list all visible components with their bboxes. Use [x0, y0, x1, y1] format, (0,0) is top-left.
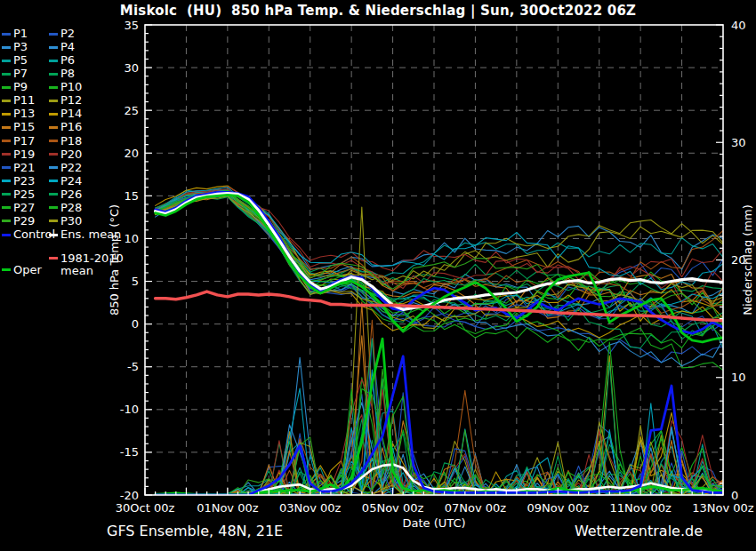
legend-color-dash: [49, 180, 58, 182]
legend-color-dash: [49, 140, 58, 142]
x-axis-title: Date (UTC): [402, 516, 465, 530]
legend-label: P28: [60, 202, 82, 214]
legend-item: Control: [2, 228, 55, 242]
legend-label: P2: [60, 28, 75, 40]
x-tick-label: 07Nov 00z: [445, 501, 507, 515]
legend-color-dash: [49, 153, 58, 156]
legend-item: P26: [49, 188, 82, 201]
legend-label: Oper: [13, 264, 42, 276]
y-right-tick-label: 0: [731, 489, 738, 502]
legend-color-dash: [2, 166, 11, 169]
legend-color-dash: [2, 206, 11, 209]
x-tick-label: 03Nov 00z: [279, 501, 342, 515]
legend-item: P22: [49, 161, 82, 174]
legend-label: P13: [13, 108, 35, 120]
legend-label: P18: [60, 135, 82, 148]
legend-color-dash: [2, 46, 11, 49]
legend-color-dash: [2, 100, 11, 102]
y-left-tick-label: -15: [120, 445, 139, 459]
x-tick-label: 13Nov 00z: [692, 501, 754, 515]
legend-item: P23: [2, 174, 35, 188]
legend-label: P19: [13, 148, 35, 161]
axes: 35302520151050-5-10-15-2040302010030Oct …: [108, 19, 754, 531]
legend-color-dash: [2, 86, 11, 89]
legend-item: P17: [2, 134, 35, 148]
legend-item: P6: [49, 54, 75, 68]
legend-item: P1: [2, 28, 28, 41]
legend-item: P14: [49, 108, 82, 121]
legend-label: P21: [13, 162, 35, 174]
legend-label: P6: [60, 54, 75, 67]
legend-item: P19: [2, 148, 35, 161]
y-right-tick-label: 10: [731, 371, 746, 384]
legend-item: P28: [49, 201, 82, 214]
legend-label: P4: [60, 41, 75, 53]
legend-item: P30: [49, 214, 82, 228]
legend-label: P9: [13, 81, 28, 93]
legend-item: Oper: [2, 263, 42, 276]
legend-label: P27: [13, 202, 35, 214]
legend-label: P3: [13, 41, 28, 53]
legend-color-dash: [2, 180, 11, 182]
legend-item: Ens. mean: [49, 228, 121, 242]
legend-label: P14: [60, 108, 82, 120]
y-left-tick-label: 0: [132, 317, 139, 331]
legend-label: P20: [60, 148, 82, 161]
legend-color-dash: [2, 234, 11, 236]
y-left-tick-label: -20: [120, 489, 139, 502]
legend-label: P30: [60, 215, 82, 228]
legend-color-dash: [49, 166, 58, 169]
legend-label: P26: [60, 188, 82, 201]
legend-label: P15: [13, 121, 35, 133]
y-left-tick-label: -5: [127, 360, 139, 373]
legend-color-dash: [49, 100, 58, 102]
legend-item: P18: [49, 134, 82, 148]
legend-item: P3: [2, 41, 28, 54]
y-left-tick-label: -10: [120, 403, 139, 416]
legend-color-dash: [49, 33, 58, 36]
legend-color-dash: [49, 113, 58, 116]
legend-item: P8: [49, 68, 75, 81]
x-tick-label: 01Nov 00z: [197, 501, 259, 515]
legend-item: P9: [2, 81, 28, 94]
legend-color-dash: [49, 60, 58, 62]
legend-item: P11: [2, 94, 35, 108]
legend-label: P7: [13, 68, 28, 80]
legend-label: P11: [13, 94, 35, 107]
y-right-axis-title: Niederschlag (mm): [741, 204, 754, 315]
legend-item: P27: [2, 201, 35, 214]
legend-color-dash: [2, 268, 11, 271]
wetterzentrale-ensemble-page: Miskolc (HU) 850 hPa Temp. & Niederschla…: [0, 0, 756, 551]
legend-color-dash: [2, 153, 11, 156]
legend-color-dash: [49, 257, 58, 260]
x-tick-label: 11Nov 00z: [609, 501, 672, 515]
legend-color-dash: [49, 86, 58, 89]
legend-color-dash: [49, 193, 58, 196]
legend-color-dash: [2, 140, 11, 142]
legend-color-dash: [49, 73, 58, 76]
legend-label: 1981-2010 mean: [60, 252, 135, 277]
legend-item: P29: [2, 214, 35, 228]
legend-label: P17: [13, 135, 35, 148]
legend-color-dash: [2, 73, 11, 76]
legend-label: P23: [13, 175, 35, 188]
legend-item: P5: [2, 54, 28, 68]
ensemble-legend: P1P2P3P4P5P6P7P8P9P10P11P12P13P14P15P16P…: [0, 0, 133, 302]
legend-label: P5: [13, 54, 28, 67]
legend-item: P15: [2, 121, 35, 134]
legend-color-dash: [49, 126, 58, 129]
y-right-tick-label: 30: [731, 136, 746, 149]
legend-color-dash: [2, 126, 11, 129]
x-tick-label: 30Oct 00z: [116, 501, 175, 515]
legend-color-dash: [49, 206, 58, 209]
legend-label: P24: [60, 175, 82, 188]
legend-color-dash: [2, 33, 11, 36]
legend-item: 1981-2010 mean: [49, 252, 135, 279]
legend-label: P16: [60, 121, 82, 133]
legend-label: P29: [13, 215, 35, 228]
legend-color-dash: [49, 220, 58, 222]
series-layer: [156, 186, 723, 495]
legend-color-dash: [49, 46, 58, 49]
legend-item: P10: [49, 81, 82, 94]
site-credit-label: Wetterzentrale.de: [480, 523, 703, 539]
